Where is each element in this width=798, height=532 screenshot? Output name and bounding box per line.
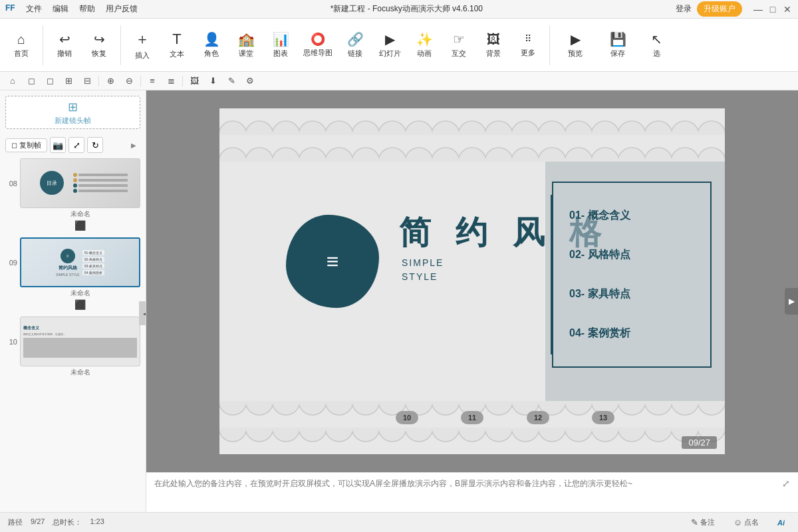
iconbar-zoom-out[interactable]: ⊖: [122, 74, 136, 88]
slide-thumb-09[interactable]: ≡ 简约风格 SIMPLE STYLE 01-概念含义 02-风格特点 03-家…: [20, 237, 140, 287]
iconbar-edit1[interactable]: ✎: [224, 74, 239, 88]
tool-animation[interactable]: ✨ 动画: [408, 21, 440, 69]
thumb09-card4: 04-案例赏析: [82, 270, 104, 275]
thumb08-line4: [73, 190, 128, 193]
points-button[interactable]: ☺ 点名: [728, 516, 764, 529]
frame-actions: ◻ 复制帧 📷 ⤢ ↻ ▶: [0, 134, 146, 156]
canvas[interactable]: ≡ 简 约 风 格 SIMPLE STYLE 01- 概念含义 02- 风格特: [146, 90, 798, 472]
menu-edit[interactable]: 编辑: [53, 3, 68, 15]
iconbar-zoom-in[interactable]: ⊕: [103, 74, 118, 88]
new-frame-button[interactable]: ⊞ 新建镜头帧: [5, 96, 140, 129]
window-controls: — □ ✕: [753, 4, 793, 15]
select-icon: ↖: [651, 31, 662, 47]
copy-icon: ◻: [11, 141, 17, 149]
right-panel-toggle[interactable]: ▶: [785, 288, 798, 315]
notes-expand-icon[interactable]: ⤢: [782, 478, 790, 489]
iconbar-frame3[interactable]: ⊞: [61, 74, 76, 88]
thumb09-left: ≡ 简约风格 SIMPLE STYLE: [56, 249, 80, 277]
sidebar-collapse-btn[interactable]: ▶: [127, 138, 140, 152]
slide-name-08: 未命名: [5, 208, 140, 219]
tool-slide[interactable]: ▶ 幻灯片: [374, 21, 406, 69]
close-button[interactable]: ✕: [782, 4, 793, 15]
tool-insert[interactable]: ＋ 插入: [126, 21, 158, 69]
iconbar-frame2[interactable]: ◻: [43, 74, 57, 88]
tool-select[interactable]: ↖ 选: [640, 21, 672, 69]
right-content-box[interactable]: 01- 概念含义 02- 风格特点 03- 家具特点 04- 案例赏析: [552, 182, 712, 368]
scallop-top-svg: [219, 108, 725, 162]
statusbar: 路径 9/27 总时长： 1:23 ✎ 备注 ☺ 点名 Ai: [0, 512, 798, 532]
iconbar-edit2[interactable]: ⚙: [243, 74, 257, 88]
thumb09-card3: 03-家具特点: [82, 263, 104, 269]
iconbar-frame1[interactable]: ◻: [24, 74, 39, 88]
select-label: 选: [653, 49, 660, 59]
tool-mindmap[interactable]: ⭕ 思维导图: [299, 21, 336, 69]
iconbar-home[interactable]: ⌂: [5, 74, 20, 88]
slide-thumb-10[interactable]: 概念含义 简约主义简约不等于简单，它是经...: [20, 317, 140, 366]
notes-label: 备注: [700, 517, 715, 527]
toolbar-divider-3: [549, 25, 550, 65]
iconbar-export[interactable]: ⬇: [205, 74, 220, 88]
thumb08-line3: [73, 184, 128, 188]
fit-button[interactable]: ⤢: [68, 137, 84, 153]
link-icon: 🔗: [347, 31, 364, 47]
tool-chart[interactable]: 📊 图表: [265, 21, 297, 69]
tool-home[interactable]: ⌂ 首页: [5, 21, 37, 69]
iconbar-align2[interactable]: ≣: [164, 74, 178, 88]
slide-icon: ▶: [385, 31, 395, 47]
total-value: 1:23: [90, 517, 104, 527]
tool-text[interactable]: T 文本: [161, 21, 193, 69]
redo-icon: ↪: [94, 31, 105, 47]
notes-input[interactable]: [154, 478, 782, 497]
sidebar-toggle[interactable]: ◀: [139, 301, 146, 325]
slide-row-10: 10 概念含义 简约主义简约不等于简单，它是经...: [5, 317, 140, 366]
slide-sub-title[interactable]: SIMPLE STYLE: [402, 256, 444, 284]
slide-row-09: 09 ≡ 简约风格 SIMPLE STYLE 01-概念含义 02-风格特点 0…: [5, 237, 140, 287]
tool-classroom[interactable]: 🏫 课堂: [230, 21, 262, 69]
upgrade-button[interactable]: 升级账户: [697, 1, 742, 17]
insert-icon: ＋: [135, 29, 150, 49]
menu-ff[interactable]: FF: [5, 3, 15, 15]
slide-thumb-08[interactable]: 目录: [20, 158, 140, 208]
character-icon: 👤: [203, 31, 220, 47]
sub-title-line1: SIMPLE: [402, 256, 444, 270]
iconbar-frame4[interactable]: ⊟: [80, 74, 94, 88]
tool-redo[interactable]: ↪ 恢复: [83, 21, 115, 69]
menu-file[interactable]: 文件: [26, 3, 42, 15]
loop-button[interactable]: ↻: [87, 137, 103, 153]
iconbar-div3: [182, 76, 183, 86]
notes-button[interactable]: ✎ 备注: [686, 516, 720, 529]
ai-button[interactable]: Ai: [772, 517, 790, 528]
tool-background[interactable]: 🖼 背景: [477, 21, 509, 69]
undo-icon: ↩: [59, 31, 70, 47]
insert-label: 插入: [135, 51, 150, 61]
slide-content[interactable]: ≡ 简 约 风 格 SIMPLE STYLE 01- 概念含义 02- 风格特: [219, 108, 725, 454]
copy-frame-button[interactable]: ◻ 复制帧: [5, 138, 47, 152]
thumb08-line1: [73, 174, 128, 177]
text-icon: T: [172, 31, 181, 48]
preview-label: 预览: [568, 49, 583, 59]
iconbar-div2: [140, 76, 141, 86]
tool-preview[interactable]: ▶ 预览: [555, 21, 595, 69]
tool-save[interactable]: 💾 保存: [598, 21, 638, 69]
tool-interact[interactable]: ☞ 互交: [443, 21, 475, 69]
scallop-bottom: [219, 401, 725, 454]
tool-more[interactable]: ⠿ 更多: [512, 21, 544, 69]
tool-link[interactable]: 🔗 链接: [339, 21, 371, 69]
maximize-button[interactable]: □: [767, 4, 778, 15]
login-button[interactable]: 登录: [676, 3, 692, 15]
tool-character[interactable]: 👤 角色: [196, 21, 227, 69]
path-label: 路径: [8, 517, 23, 527]
titlebar-title: *新建工程 - Focusky动画演示大师 v4.6.100: [331, 3, 483, 15]
teal-shape: ≡: [286, 215, 379, 308]
iconbar-img[interactable]: 🖼: [187, 74, 201, 88]
status-left: 路径 9/27 总时长： 1:23: [8, 517, 104, 527]
iconbar-align1[interactable]: ≡: [145, 74, 160, 88]
menu-feedback[interactable]: 用户反馈: [106, 3, 138, 15]
minimize-button[interactable]: —: [753, 4, 763, 15]
camera-button[interactable]: 📷: [50, 137, 66, 153]
tool-undo[interactable]: ↩ 撤销: [49, 21, 80, 69]
slide-label: 幻灯片: [379, 49, 401, 59]
thumb08-left: 目录: [33, 164, 70, 202]
menu-help[interactable]: 帮助: [79, 3, 95, 15]
iconbar: ⌂ ◻ ◻ ⊞ ⊟ ⊕ ⊖ ≡ ≣ 🖼 ⬇ ✎ ⚙: [0, 72, 798, 90]
